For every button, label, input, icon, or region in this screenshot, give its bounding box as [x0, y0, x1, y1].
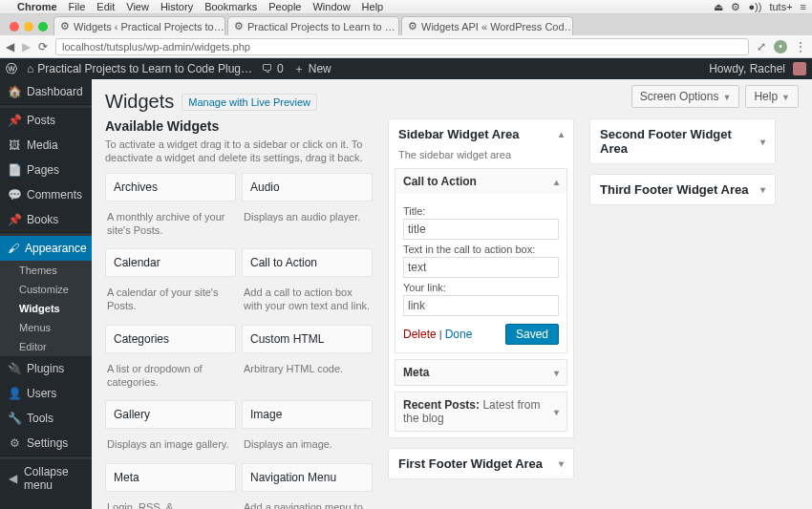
available-widgets-desc: To activate a widget drag it to a sideba…	[105, 138, 363, 165]
pin-icon: 📌	[8, 114, 21, 127]
chevron-down-icon: ▾	[760, 184, 765, 195]
widget-chip-cta[interactable]: Call to Action	[242, 248, 373, 277]
sidebar-item-pages[interactable]: 📄Pages	[0, 158, 92, 182]
wp-new-link[interactable]: ＋ New	[293, 61, 331, 77]
panel-title: First Footer Widget Area	[398, 456, 543, 471]
widget-desc: A monthly archive of your site's Posts.	[105, 207, 236, 244]
sidebar-item-label: Settings	[27, 436, 68, 450]
area-third-footer-header[interactable]: Third Footer Widget Area ▾	[590, 175, 775, 204]
sidebar-collapse[interactable]: ◀Collapse menu	[0, 459, 92, 498]
browser-tab-3[interactable]: ⚙ Widgets API « WordPress Cod… ×	[401, 16, 573, 35]
sidebar-item-label: Pages	[27, 163, 59, 177]
widget-chip-archives[interactable]: Archives	[105, 173, 236, 201]
plus-icon: ＋	[293, 61, 305, 77]
cta-link-input[interactable]	[403, 295, 559, 316]
widget-cta-header[interactable]: Call to Action ▴	[395, 169, 566, 194]
sidebar-item-posts[interactable]: 📌Posts	[0, 108, 92, 133]
zoom-window-icon[interactable]	[38, 22, 48, 32]
panel-title: Sidebar Widget Area	[398, 127, 520, 141]
top-tools: Screen Options▼ Help▼	[631, 85, 799, 108]
wp-comments-link[interactable]: 🗨 0	[262, 62, 284, 75]
chevron-down-icon: ▼	[781, 93, 790, 102]
sidebar-item-dashboard[interactable]: 🏠Dashboard	[0, 79, 92, 104]
back-icon[interactable]: ◀	[6, 40, 14, 53]
widget-recent-posts-collapsed[interactable]: Recent Posts: Latest from the blog ▾	[395, 392, 567, 432]
cta-text-input[interactable]	[403, 257, 559, 278]
menu-history[interactable]: History	[160, 1, 193, 12]
browser-tab-2[interactable]: ⚙ Practical Projects to Learn to … ×	[227, 16, 399, 35]
help-button[interactable]: Help▼	[745, 85, 799, 108]
menu-icon[interactable]: ⋮	[795, 40, 806, 53]
sidebar-item-media[interactable]: 🖼Media	[0, 133, 92, 158]
widget-areas-column-1: Sidebar Widget Area ▴ The sidebar widget…	[388, 118, 574, 489]
wp-howdy[interactable]: Howdy, Rachel	[709, 62, 806, 75]
widget-chip-meta[interactable]: Meta	[105, 463, 236, 492]
widget-chip-gallery[interactable]: Gallery	[105, 400, 236, 429]
wp-site-link[interactable]: ⌂ Practical Projects to Learn to Code Pl…	[27, 62, 252, 75]
submenu-widgets[interactable]: Widgets	[0, 299, 92, 318]
browser-tab-1[interactable]: ⚙ Widgets ‹ Practical Projects to… ×	[53, 16, 225, 35]
menu-file[interactable]: File	[69, 1, 86, 12]
close-window-icon[interactable]	[10, 22, 19, 32]
menu-window[interactable]: Window	[312, 1, 350, 12]
widget-desc: Displays an image gallery.	[105, 435, 236, 456]
eject-icon[interactable]: ⏏	[714, 1, 723, 13]
address-bar[interactable]	[55, 38, 749, 55]
area-sidebar-header[interactable]: Sidebar Widget Area ▴	[389, 119, 573, 149]
sidebar-item-users[interactable]: 👤Users	[0, 381, 92, 406]
volume-icon[interactable]: ●))	[748, 1, 761, 13]
forward-icon[interactable]: ▶	[22, 40, 31, 53]
widget-chip-nav[interactable]: Navigation Menu	[242, 463, 373, 492]
hamburger-icon[interactable]: ≡	[801, 1, 806, 13]
widget-chip-html[interactable]: Custom HTML	[242, 325, 373, 353]
widget-done-link[interactable]: Done	[445, 328, 473, 341]
widget-chip-audio[interactable]: Audio	[242, 173, 373, 201]
wp-comment-count: 0	[277, 62, 284, 75]
minimize-window-icon[interactable]	[24, 22, 33, 32]
account-name[interactable]: tuts+	[769, 1, 792, 13]
manage-live-preview-button[interactable]: Manage with Live Preview	[182, 94, 317, 111]
screen-options-button[interactable]: Screen Options▼	[631, 85, 740, 108]
profile-icon[interactable]: •	[774, 40, 787, 53]
widget-saved-button[interactable]: Saved	[505, 324, 559, 345]
menu-edit[interactable]: Edit	[96, 1, 115, 12]
chevron-up-icon: ▴	[559, 129, 564, 139]
reload-icon[interactable]: ⟳	[38, 40, 48, 53]
sidebar-item-label: Plugins	[27, 362, 64, 375]
widget-delete-link[interactable]: Delete	[403, 328, 437, 341]
panel-title: Third Footer Widget Area	[600, 182, 748, 197]
menu-view[interactable]: View	[126, 1, 149, 12]
widget-chip-calendar[interactable]: Calendar	[105, 248, 236, 277]
sidebar-item-books[interactable]: 📌Books	[0, 207, 92, 232]
widget-call-to-action: Call to Action ▴ Title: Text in the call…	[395, 168, 567, 353]
menu-help[interactable]: Help	[362, 1, 384, 12]
fullscreen-icon[interactable]: ⤢	[757, 40, 766, 53]
submenu-themes[interactable]: Themes	[0, 261, 92, 280]
sidebar-item-comments[interactable]: 💬Comments	[0, 182, 92, 207]
wp-logo-icon[interactable]: ⓦ	[6, 61, 17, 77]
cta-title-input[interactable]	[403, 219, 559, 240]
sidebar-item-plugins[interactable]: 🔌Plugins	[0, 356, 92, 381]
sidebar-item-label: Users	[27, 387, 56, 400]
sidebar-item-appearance[interactable]: 🖌Appearance	[0, 236, 92, 261]
page-icon: 📄	[8, 163, 21, 177]
appearance-submenu: Themes Customize Widgets Menus Editor	[0, 261, 92, 356]
submenu-customize[interactable]: Customize	[0, 280, 92, 299]
gear-icon[interactable]: ⚙	[731, 1, 740, 13]
area-first-footer-header[interactable]: First Footer Widget Area ▾	[389, 449, 573, 478]
area-second-footer-header[interactable]: Second Footer Widget Area ▾	[590, 119, 775, 163]
app-name[interactable]: Chrome	[17, 1, 57, 12]
cta-text-label: Text in the call to action box:	[403, 244, 559, 255]
available-widgets-column: Available Widgets To activate a widget d…	[105, 118, 373, 509]
submenu-editor[interactable]: Editor	[0, 337, 92, 356]
menu-people[interactable]: People	[268, 1, 301, 12]
menu-bookmarks[interactable]: Bookmarks	[204, 1, 257, 12]
sidebar-item-settings[interactable]: ⚙Settings	[0, 431, 92, 456]
sidebar-item-tools[interactable]: 🔧Tools	[0, 406, 92, 431]
widget-chip-categories[interactable]: Categories	[105, 325, 236, 353]
wp-site-name: Practical Projects to Learn to Code Plug…	[37, 62, 252, 75]
submenu-menus[interactable]: Menus	[0, 318, 92, 337]
widget-meta-collapsed[interactable]: Meta ▾	[395, 359, 567, 386]
widget-chip-image[interactable]: Image	[242, 400, 373, 429]
widget-desc: Add a navigation menu to your sidebar.	[242, 498, 373, 509]
